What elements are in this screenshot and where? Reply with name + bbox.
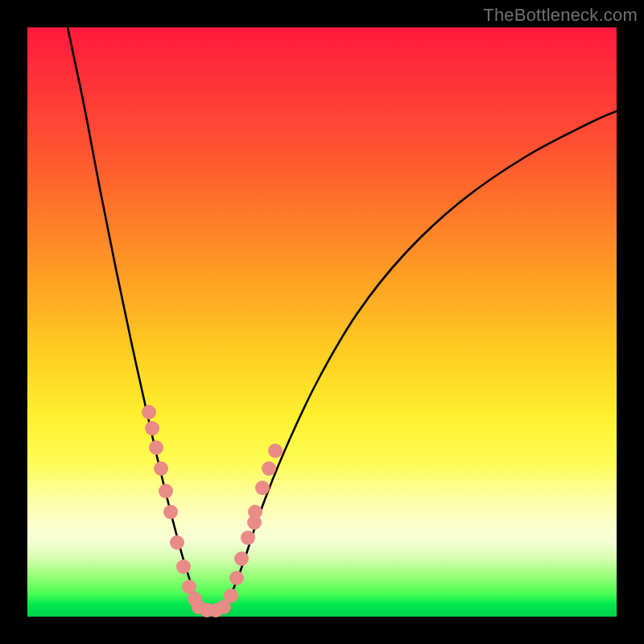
highlight-dot (255, 481, 270, 495)
chart-frame: TheBottleneck.com (0, 0, 644, 644)
highlight-dots-group (142, 405, 283, 617)
highlight-dot (159, 484, 173, 498)
curve-right-branch (225, 111, 617, 607)
highlight-dot (262, 461, 276, 476)
highlight-dot (145, 421, 159, 436)
curve-left-branch (68, 27, 200, 607)
highlight-dot (247, 515, 262, 530)
highlight-dot (268, 444, 283, 458)
highlight-dot (176, 559, 191, 574)
plot-area (27, 27, 617, 617)
highlight-dot (229, 571, 244, 585)
highlight-dot (149, 440, 163, 455)
highlight-dot (234, 551, 249, 566)
highlight-dot (241, 530, 255, 545)
highlight-dot (170, 535, 184, 550)
highlight-dot (142, 405, 156, 419)
highlight-dot (163, 505, 178, 519)
highlight-dot (154, 461, 168, 476)
highlight-dot (224, 588, 238, 603)
curve-layer (27, 27, 617, 617)
watermark-text: TheBottleneck.com (483, 5, 638, 26)
